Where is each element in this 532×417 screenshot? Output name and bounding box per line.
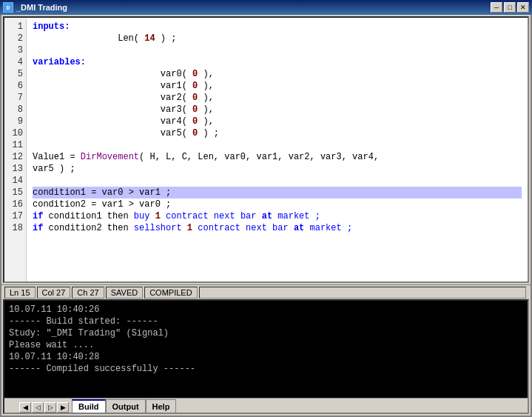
code-line: var0( 0 ), (33, 68, 522, 80)
status-compiled: COMPILED (144, 287, 197, 298)
code-line (33, 44, 522, 56)
line-number: 4 (7, 56, 23, 68)
build-output-line: Study: "_DMI Trading" (Signal) (9, 327, 523, 339)
code-line: Len( 14 ) ; (33, 33, 522, 44)
tabs-container: BuildOutputHelp (72, 399, 176, 413)
build-output-line: 10.07.11 10:40:26 (9, 304, 523, 316)
tab-next2-button[interactable]: ▶ (57, 402, 69, 413)
tab-bar: ◀ ◁ ▷ ▶ BuildOutputHelp (4, 398, 528, 413)
line-number: 15 (7, 187, 23, 199)
window-title: _DMI Trading (16, 3, 488, 12)
line-number: 6 (7, 80, 23, 92)
line-number: 16 (7, 199, 23, 210)
status-saved: SAVED (106, 287, 143, 298)
status-bar: Ln 15 Col 27 Ch 27 SAVED COMPILED (1, 284, 531, 299)
status-ch: Ch 27 (72, 287, 104, 298)
code-editor[interactable]: inputs: Len( 14 ) ; variables: var0( 0 )… (27, 18, 528, 281)
code-line: variables: (33, 56, 522, 68)
tab-nav-arrows: ◀ ◁ ▷ ▶ (19, 402, 69, 413)
tab-prev-button[interactable]: ◀ (19, 402, 31, 413)
title-bar: D _DMI Trading ─ □ ✕ (0, 0, 532, 15)
line-number: 14 (7, 175, 23, 187)
code-line: var2( 0 ), (33, 92, 522, 104)
code-line: inputs: (33, 21, 522, 33)
code-line: condition2 = var1 > var0 ; (33, 199, 522, 210)
maximize-button[interactable]: □ (504, 2, 516, 13)
tab-next-button[interactable]: ▷ (44, 402, 56, 413)
bottom-panel: 10.07.11 10:40:26------ Build started: -… (3, 299, 529, 414)
close-button[interactable]: ✕ (517, 2, 529, 13)
editor-content: 123456789101112131415161718 inputs: Len(… (4, 18, 528, 281)
line-numbers: 123456789101112131415161718 (4, 18, 27, 281)
code-line: condition1 = var0 > var1 ; (33, 187, 522, 199)
line-number: 13 (7, 163, 23, 175)
window-body: 123456789101112131415161718 inputs: Len(… (0, 15, 532, 417)
code-line: var3( 0 ), (33, 104, 522, 116)
build-output-line: ------ Build started: ------ (9, 316, 523, 327)
tab-prev2-button[interactable]: ◁ (32, 402, 44, 413)
build-output: 10.07.11 10:40:26------ Build started: -… (4, 301, 528, 398)
line-number: 3 (7, 44, 23, 56)
code-line: var5 ) ; (33, 163, 522, 175)
build-output-line: Please wait .... (9, 339, 523, 351)
code-line (33, 139, 522, 151)
line-number: 2 (7, 33, 23, 44)
window-controls: ─ □ ✕ (491, 2, 529, 13)
editor-container: 123456789101112131415161718 inputs: Len(… (3, 16, 529, 283)
code-line: if condition1 then buy 1 contract next b… (33, 210, 522, 222)
build-output-line: 10.07.11 10:40:28 (9, 351, 523, 363)
line-number: 10 (7, 127, 23, 139)
line-number: 1 (7, 21, 23, 33)
status-spacer (199, 287, 526, 298)
code-line: Value1 = DirMovement( H, L, C, Len, var0… (33, 151, 522, 163)
line-number: 17 (7, 210, 23, 222)
tab-build[interactable]: Build (72, 399, 106, 413)
line-number: 12 (7, 151, 23, 163)
tab-help[interactable]: Help (146, 399, 177, 413)
code-line: if condition2 then sellshort 1 contract … (33, 222, 522, 234)
line-number: 5 (7, 68, 23, 80)
line-number: 8 (7, 104, 23, 116)
code-line (33, 175, 522, 187)
code-line: var4( 0 ), (33, 116, 522, 127)
line-number: 7 (7, 92, 23, 104)
window-icon: D (3, 2, 13, 13)
line-number: 11 (7, 139, 23, 151)
tab-output[interactable]: Output (106, 399, 146, 413)
code-line: var5( 0 ) ; (33, 127, 522, 139)
status-col: Col 27 (37, 287, 71, 298)
code-line: var1( 0 ), (33, 80, 522, 92)
build-output-line: ------ Compiled successfully ------ (9, 363, 523, 375)
status-ln: Ln 15 (4, 287, 36, 298)
line-number: 9 (7, 116, 23, 127)
line-number: 18 (7, 222, 23, 234)
minimize-button[interactable]: ─ (491, 2, 502, 13)
